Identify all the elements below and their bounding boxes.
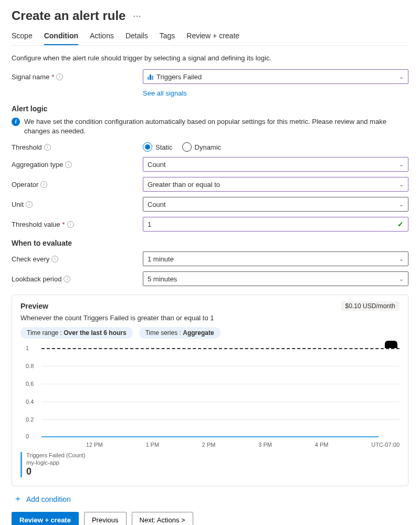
x-tick: 2 PM — [202, 442, 216, 448]
plus-icon: ＋ — [14, 494, 22, 505]
unit-select[interactable]: Count ⌄ — [143, 197, 408, 212]
threshold-label: Threshold i — [12, 143, 143, 151]
gridline — [41, 419, 400, 420]
metric-icon — [148, 74, 153, 80]
tab-review[interactable]: Review + create — [186, 28, 239, 45]
info-icon[interactable]: i — [51, 256, 58, 262]
legend-value: 0 — [26, 466, 86, 478]
lookback-text: Lookback period — [12, 275, 61, 283]
tab-actions[interactable]: Actions — [90, 28, 114, 45]
required-icon: * — [51, 73, 54, 81]
signal-name-label: Signal name * i — [12, 73, 143, 81]
signal-name-text: Signal name — [12, 73, 49, 81]
gridline — [41, 402, 400, 402]
y-tick: 0.8 — [26, 363, 34, 369]
info-icon[interactable]: i — [67, 221, 74, 228]
x-tick: 3 PM — [258, 442, 272, 448]
check-every-text: Check every — [12, 255, 49, 263]
radio-icon — [182, 142, 192, 152]
preview-price: $0.10 USD/month — [341, 301, 400, 311]
check-every-label: Check every i — [12, 255, 143, 263]
alert-logic-heading: Alert logic — [12, 104, 408, 113]
info-icon[interactable]: i — [40, 181, 47, 188]
y-tick: 0 — [26, 433, 29, 439]
threshold-static-label: Static — [155, 143, 173, 151]
preview-title: Preview — [20, 302, 48, 310]
x-tick: 1 PM — [145, 442, 159, 448]
preview-panel: Preview $0.10 USD/month Whenever the cou… — [12, 295, 408, 486]
info-icon[interactable]: i — [64, 276, 70, 282]
gridline — [41, 366, 400, 366]
threshold-dynamic-radio[interactable]: Dynamic — [182, 142, 222, 152]
chevron-down-icon: ⌄ — [399, 201, 404, 208]
tab-details[interactable]: Details — [125, 28, 148, 45]
when-to-evaluate-heading: When to evaluate — [12, 239, 408, 247]
checkmark-icon: ✓ — [397, 220, 404, 228]
threshold-line — [41, 348, 400, 349]
threshold-value-text: Threshold value — [12, 220, 60, 228]
legend-resource: my-logic-app — [26, 459, 86, 466]
signal-name-select[interactable]: Triggers Failed ⌄ — [143, 69, 408, 84]
info-banner-icon: i — [12, 118, 20, 126]
time-series-label: Time series : — [145, 329, 181, 337]
review-create-button[interactable]: Review + create — [12, 512, 79, 525]
y-tick: 0.4 — [26, 398, 34, 405]
time-range-label: Time range : — [27, 329, 62, 337]
tab-scope[interactable]: Scope — [12, 28, 33, 45]
next-button[interactable]: Next: Actions > — [132, 512, 193, 525]
x-tick: 12 PM — [86, 442, 103, 448]
time-range-pill[interactable]: Time range : Over the last 6 hours — [20, 327, 133, 339]
page-title: Create an alert rule — [12, 8, 125, 23]
x-tick: 4 PM — [315, 442, 329, 448]
check-every-select[interactable]: 1 minute ⌄ — [143, 251, 408, 266]
more-icon[interactable]: ⋯ — [130, 11, 144, 21]
lookback-value: 5 minutes — [148, 275, 177, 283]
info-icon[interactable]: i — [65, 161, 72, 168]
data-line — [41, 436, 379, 437]
tab-bar: Scope Condition Actions Details Tags Rev… — [12, 28, 408, 46]
chevron-down-icon: ⌄ — [399, 161, 404, 168]
threshold-dynamic-label: Dynamic — [195, 143, 222, 151]
previous-button[interactable]: Previous — [84, 512, 127, 525]
preview-chart: 1 0.8 0.6 0.4 0.2 0 . 12 PM 1 PM 2 PM 3 … — [20, 343, 400, 448]
unit-text: Unit — [12, 201, 24, 208]
unit-label: Unit i — [12, 201, 143, 208]
lookback-select[interactable]: 5 minutes ⌄ — [143, 271, 408, 286]
aggregation-type-label: Aggregation type i — [12, 161, 143, 169]
time-range-value: Over the last 6 hours — [64, 329, 126, 337]
operator-label: Operator i — [12, 181, 143, 188]
radio-icon — [143, 142, 152, 152]
signal-name-value: Triggers Failed — [156, 73, 202, 81]
aggregation-type-select[interactable]: Count ⌄ — [143, 157, 408, 172]
lookback-label: Lookback period i — [12, 275, 143, 283]
info-icon[interactable]: i — [56, 74, 63, 80]
gridline — [41, 384, 400, 384]
add-condition-label: Add condition — [26, 495, 71, 503]
threshold-value-label: Threshold value * i — [12, 220, 143, 228]
operator-value: Greater than or equal to — [148, 181, 220, 188]
y-tick: 0.2 — [26, 416, 34, 423]
tab-condition[interactable]: Condition — [44, 28, 78, 45]
data-spike — [385, 341, 397, 348]
aggregation-type-text: Aggregation type — [12, 161, 63, 169]
tab-tags[interactable]: Tags — [160, 28, 175, 45]
info-icon[interactable]: i — [26, 201, 33, 208]
operator-select[interactable]: Greater than or equal to ⌄ — [143, 177, 408, 192]
required-icon: * — [62, 220, 65, 228]
aggregation-type-value: Count — [148, 161, 166, 169]
y-tick: 0.6 — [26, 381, 34, 387]
add-condition-button[interactable]: ＋ Add condition — [14, 494, 408, 505]
chevron-down-icon: ⌄ — [399, 74, 404, 80]
see-all-signals-link[interactable]: See all signals — [143, 89, 187, 97]
threshold-label-text: Threshold — [12, 143, 42, 151]
threshold-value-input[interactable]: 1 ✓ — [143, 217, 408, 232]
chevron-down-icon: ⌄ — [399, 256, 404, 262]
info-icon[interactable]: i — [44, 144, 51, 151]
check-every-value: 1 minute — [148, 255, 174, 263]
time-series-pill[interactable]: Time series : Aggregate — [139, 327, 220, 339]
preview-summary: Whenever the count Triggers Failed is gr… — [20, 314, 400, 322]
operator-text: Operator — [12, 181, 38, 188]
chevron-down-icon: ⌄ — [399, 181, 404, 188]
unit-value: Count — [148, 201, 166, 208]
threshold-static-radio[interactable]: Static — [143, 142, 173, 152]
